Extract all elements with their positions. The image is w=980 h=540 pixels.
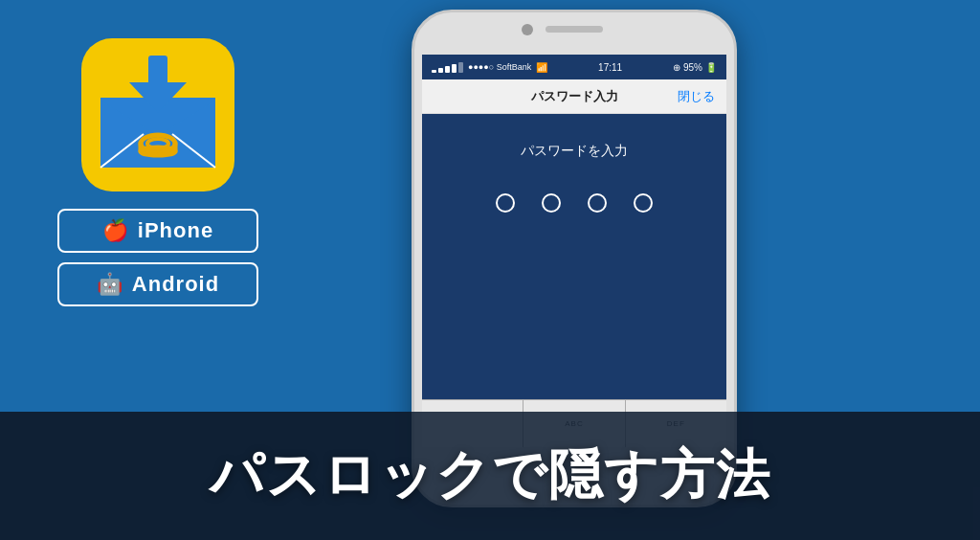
phone-camera (522, 24, 533, 35)
nav-bar: パスワード入力 閉じる (422, 79, 726, 114)
status-bar: ●●●●○ SoftBank 📶 17:11 ⊕ 95% 🔋 (422, 55, 726, 79)
pw-dot-2 (542, 193, 561, 213)
badge-container: 🍎 iPhone 🤖 Android (57, 209, 258, 306)
status-left: ●●●●○ SoftBank 📶 (432, 62, 547, 73)
app-icon-svg (91, 48, 225, 182)
bottom-title-section: パスロックで隠す方法 (0, 412, 980, 540)
main-title-text: パスロックで隠す方法 (210, 439, 771, 512)
signal-dot-2 (438, 68, 443, 73)
password-screen: パスワードを入力 ABC (422, 114, 726, 447)
android-icon: 🤖 (97, 272, 122, 297)
battery-icon: 🔋 (705, 62, 717, 73)
signal-dot-1 (432, 70, 436, 73)
signal-dot-3 (445, 66, 450, 73)
password-dots (496, 193, 653, 213)
pw-dot-3 (588, 193, 607, 213)
signal-dot-5 (458, 62, 463, 73)
android-label: Android (132, 272, 219, 297)
phone-screen: ●●●●○ SoftBank 📶 17:11 ⊕ 95% 🔋 パスワード入力 閉… (422, 55, 726, 447)
app-icon (81, 38, 234, 191)
android-badge[interactable]: 🤖 Android (57, 262, 258, 306)
pw-dot-4 (634, 193, 653, 213)
nav-title: パスワード入力 (531, 88, 618, 105)
apple-icon: 🍎 (102, 218, 128, 243)
nav-close-button[interactable]: 閉じる (678, 88, 715, 105)
signal-dot-4 (452, 64, 457, 73)
clock-time: 17:11 (598, 62, 622, 73)
carrier-text: ●●●●○ SoftBank (468, 62, 531, 72)
signal-strength (432, 62, 463, 73)
pw-dot-1 (496, 193, 515, 213)
phone-speaker (546, 26, 603, 33)
location-icon: ⊕ (673, 62, 680, 73)
iphone-badge[interactable]: 🍎 iPhone (57, 209, 258, 253)
battery-text: 95% (683, 62, 702, 73)
left-section: 🍎 iPhone 🤖 Android (57, 38, 258, 306)
wifi-icon: 📶 (536, 62, 547, 73)
status-right: ⊕ 95% 🔋 (673, 62, 717, 73)
iphone-label: iPhone (138, 218, 213, 243)
password-prompt: パスワードを入力 (521, 143, 628, 160)
